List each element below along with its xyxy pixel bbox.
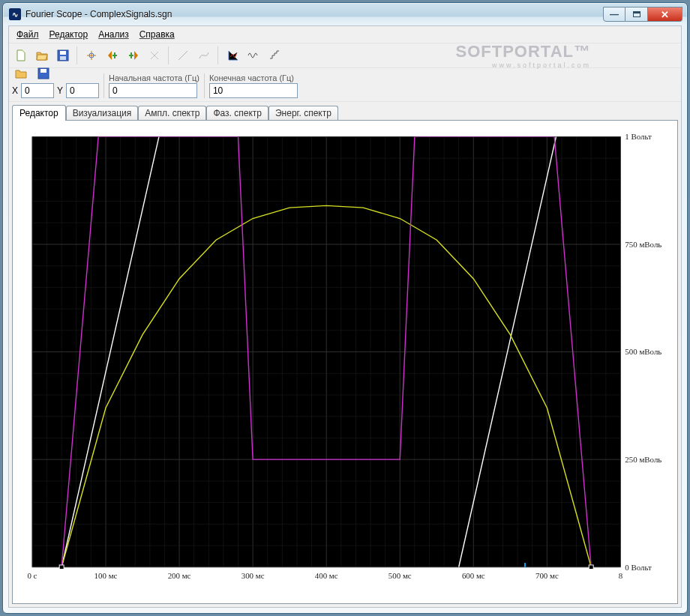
menu-file[interactable]: Файл xyxy=(12,28,44,41)
toolbar: SOFTPORTAL™ www.softportal.com xyxy=(9,43,681,67)
freq-end-input[interactable] xyxy=(209,83,298,98)
client-area: Файл Редактор Анализ Справка xyxy=(8,25,682,608)
freq-end-group: Конечная частота (Гц) xyxy=(204,73,298,98)
x-input[interactable] xyxy=(21,83,54,98)
stairs-icon xyxy=(268,49,280,61)
svg-text:8: 8 xyxy=(619,572,622,580)
stairs-button[interactable] xyxy=(266,46,284,64)
save-button[interactable] xyxy=(54,46,72,64)
waveform-icon xyxy=(248,49,260,61)
menubar: Файл Редактор Анализ Справка xyxy=(9,26,681,43)
insert-right-button[interactable] xyxy=(124,46,142,64)
svg-text:500 мВоль: 500 мВоль xyxy=(625,348,662,357)
watermark: SOFTPORTAL™ www.softportal.com xyxy=(456,42,591,69)
tab-amp[interactable]: Ампл. спектр xyxy=(138,106,206,120)
toolbar-sep xyxy=(168,46,170,64)
svg-text:0 с: 0 с xyxy=(27,572,37,580)
svg-rect-1 xyxy=(60,51,66,55)
coords-toolbar: X Y Начальная частота (Гц) Конечная част… xyxy=(9,68,681,101)
insert-right-icon xyxy=(128,49,140,61)
toolbar-sep xyxy=(76,46,78,64)
svg-text:500 мс: 500 мс xyxy=(388,572,412,580)
coord-inputs: X Y xyxy=(12,83,99,98)
freq-start-group: Начальная частота (Гц) xyxy=(104,73,200,98)
minimize-button[interactable]: — xyxy=(603,7,626,22)
open-file-button[interactable] xyxy=(33,46,51,64)
remove-point-icon xyxy=(148,49,160,61)
y-label: Y xyxy=(57,85,63,96)
toolbar-sep xyxy=(218,46,219,64)
svg-text:750 мВоль: 750 мВоль xyxy=(625,241,662,249)
tab-phase[interactable]: Фаз. спектр xyxy=(206,106,268,120)
tab-editor[interactable]: Редактор xyxy=(12,105,66,121)
signal-plot[interactable]: 0 с100 мс200 мс300 мс400 мс500 мс600 мс7… xyxy=(25,130,665,588)
svg-rect-2 xyxy=(60,56,66,60)
save-coords-button[interactable] xyxy=(34,65,52,82)
svg-rect-5 xyxy=(40,69,46,73)
svg-text:700 мс: 700 мс xyxy=(536,572,559,580)
spline-icon xyxy=(198,49,210,61)
svg-text:200 мс: 200 мс xyxy=(168,572,191,580)
crosshair-icon xyxy=(86,49,98,61)
x-label: X xyxy=(12,85,18,96)
window-buttons: — ✕ xyxy=(603,7,682,22)
close-button[interactable]: ✕ xyxy=(648,7,682,22)
plot-page: 0 с100 мс200 мс300 мс400 мс500 мс600 мс7… xyxy=(12,120,678,604)
tab-energy[interactable]: Энерг. спектр xyxy=(268,106,338,120)
save-icon xyxy=(57,49,69,61)
titlebar: ∿ Fourier Scope - ComplexSignals.sgn — ✕ xyxy=(3,3,687,25)
y-input[interactable] xyxy=(66,83,99,98)
svg-rect-71 xyxy=(589,565,593,570)
svg-text:400 мс: 400 мс xyxy=(315,572,338,580)
save-icon xyxy=(38,67,50,79)
app-icon: ∿ xyxy=(9,8,21,20)
freq-end-label: Конечная частота (Гц) xyxy=(209,73,298,82)
waveform-button[interactable] xyxy=(244,46,262,64)
menu-help[interactable]: Справка xyxy=(135,28,179,41)
open-coords-button[interactable] xyxy=(12,65,30,82)
svg-text:300 мс: 300 мс xyxy=(242,572,265,580)
svg-text:0 Вольт: 0 Вольт xyxy=(625,564,652,572)
insert-left-icon xyxy=(106,49,118,61)
line-tool-button[interactable] xyxy=(174,46,192,64)
remove-point-button[interactable] xyxy=(146,46,164,64)
line-icon xyxy=(177,49,189,61)
tab-visual[interactable]: Визуализация xyxy=(66,106,139,120)
insert-left-button[interactable] xyxy=(104,46,122,64)
new-file-button[interactable] xyxy=(12,46,30,64)
cursor-tool-button[interactable] xyxy=(82,46,100,64)
svg-text:600 мс: 600 мс xyxy=(462,572,485,580)
watermark-brand: SOFTPORTAL xyxy=(456,42,574,61)
menu-editor[interactable]: Редактор xyxy=(45,28,93,41)
maximize-button[interactable] xyxy=(626,7,648,22)
svg-text:1 Вольт: 1 Вольт xyxy=(625,133,652,141)
open-folder-icon xyxy=(36,49,48,61)
window-title: Fourier Scope - ComplexSignals.sgn xyxy=(26,9,603,19)
freq-start-input[interactable] xyxy=(109,83,197,98)
app-window: ∿ Fourier Scope - ComplexSignals.sgn — ✕… xyxy=(2,2,688,614)
svg-text:250 мВоль: 250 мВоль xyxy=(625,456,662,464)
svg-rect-70 xyxy=(59,565,64,570)
freq-start-label: Начальная частота (Гц) xyxy=(109,73,200,82)
new-file-icon xyxy=(15,49,27,61)
menu-analysis[interactable]: Анализ xyxy=(94,28,134,41)
open-folder-icon xyxy=(15,67,27,79)
axes-grid-button[interactable] xyxy=(224,46,242,64)
tabstrip: Редактор Визуализация Ампл. спектр Фаз. … xyxy=(9,102,681,120)
svg-text:100 мс: 100 мс xyxy=(94,572,118,580)
axes-icon xyxy=(226,49,238,61)
spline-tool-button[interactable] xyxy=(195,46,213,64)
